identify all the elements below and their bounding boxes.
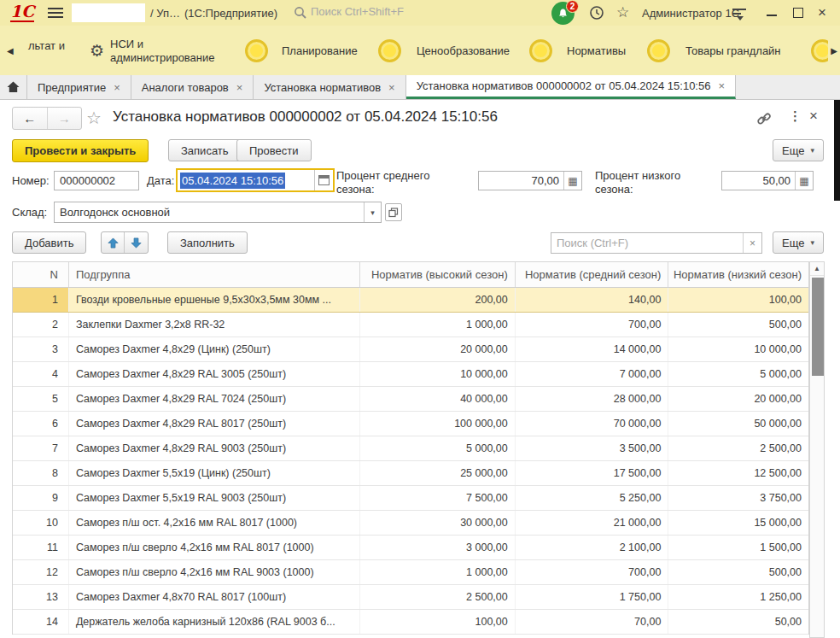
- table-row[interactable]: 11Саморез п/ш сверло 4,2х16 мм RAL 8017 …: [13, 536, 808, 560]
- post-button[interactable]: Провести: [236, 139, 312, 161]
- column-header[interactable]: Норматив (низкий сезон): [668, 262, 808, 287]
- cell-n[interactable]: 3: [13, 337, 69, 361]
- cell-name[interactable]: Саморез Daxmer 4,8х29 RAL 9003 (250шт): [69, 436, 360, 460]
- cell-name[interactable]: Саморез Daxmer 5,5х19 RAL 9003 (250шт): [69, 486, 360, 510]
- cell-high[interactable]: 1 000,00: [360, 560, 516, 584]
- cell-mid[interactable]: 21 000,00: [516, 511, 669, 535]
- move-up-button[interactable]: [102, 232, 125, 253]
- table-row[interactable]: 6Саморез Daxmer 4,8х29 RAL 8017 (250шт)1…: [13, 412, 808, 436]
- cell-name[interactable]: Саморез Daxmer 4,8х70 RAL 8017 (100шт): [69, 585, 360, 609]
- cell-name[interactable]: Держатель желоба карнизный 120х86 (RAL 9…: [69, 610, 360, 634]
- maximize-button[interactable]: [793, 8, 803, 18]
- more-button-table[interactable]: Еще ▾: [773, 231, 824, 254]
- window-tab[interactable]: Предприятие×: [27, 75, 131, 99]
- cell-low[interactable]: 10 000,00: [668, 337, 808, 361]
- section-item[interactable]: Ценообразование: [417, 44, 510, 58]
- cell-high[interactable]: 20 000,00: [360, 337, 516, 361]
- cell-mid[interactable]: 700,00: [516, 560, 669, 584]
- cell-high[interactable]: 5 000,00: [360, 436, 516, 460]
- cell-high[interactable]: 1 000,00: [360, 313, 516, 337]
- cell-low[interactable]: 1 500,00: [668, 536, 808, 559]
- number-field[interactable]: [54, 171, 139, 190]
- window-tab[interactable]: Аналоги товаров×: [131, 75, 254, 99]
- global-search-input[interactable]: [311, 5, 490, 18]
- titlebar-settings-icon[interactable]: [732, 9, 746, 17]
- cell-n[interactable]: 7: [13, 436, 69, 460]
- post-and-close-button[interactable]: Провести и закрыть: [12, 139, 149, 162]
- cell-high[interactable]: 100,00: [360, 610, 516, 634]
- sections-scroll-left-icon[interactable]: ◀: [7, 46, 14, 56]
- history-icon[interactable]: [589, 5, 604, 20]
- tab-close-icon[interactable]: ×: [718, 79, 725, 92]
- cell-name[interactable]: Заклепки Daxmer 3,2х8 RR-32: [69, 313, 360, 337]
- calculator-icon[interactable]: ▦: [563, 172, 581, 190]
- sections-scroll-right-icon[interactable]: ▶: [831, 46, 837, 56]
- table-row[interactable]: 12Саморез п/ш сверло 4,2х16 мм RAL 9003 …: [13, 560, 808, 585]
- mid-percent-field[interactable]: 70,00 ▦: [478, 171, 582, 190]
- cell-name[interactable]: Саморез п/ш ост. 4,2х16 мм RAL 8017 (100…: [69, 511, 360, 535]
- move-down-button[interactable]: [125, 232, 148, 253]
- scrollbar-thumb[interactable]: [812, 278, 824, 376]
- warehouse-combobox[interactable]: Волгодонск основной ▾: [54, 202, 382, 223]
- warehouse-open-button[interactable]: [385, 203, 402, 221]
- cell-mid[interactable]: 1 750,00: [516, 585, 669, 609]
- current-user[interactable]: Администратор 1С: [642, 7, 739, 20]
- cell-mid[interactable]: 70,00: [516, 610, 669, 634]
- cell-name[interactable]: Саморез Daxmer 4,8х29 (Цинк) (250шт): [69, 337, 360, 361]
- cell-mid[interactable]: 2 100,00: [516, 536, 669, 559]
- cell-low[interactable]: 2 500,00: [668, 436, 808, 460]
- cell-n[interactable]: 4: [13, 362, 69, 386]
- cell-name[interactable]: Саморез Daxmer 4,8х29 RAL 3005 (250шт): [69, 362, 360, 386]
- table-row[interactable]: 5Саморез Daxmer 4,8х29 RAL 7024 (250шт)4…: [13, 387, 808, 412]
- cell-n[interactable]: 11: [13, 536, 69, 559]
- search-icon[interactable]: [294, 6, 307, 20]
- forward-button[interactable]: →: [48, 108, 82, 129]
- column-header[interactable]: Подгруппа: [69, 262, 360, 287]
- cell-high[interactable]: 2 500,00: [360, 585, 516, 609]
- table-row[interactable]: 8Саморез Daxmer 5,5х19 (Цинк) (250шт)25 …: [13, 461, 808, 486]
- window-close-button[interactable]: ×: [818, 4, 826, 21]
- cell-high[interactable]: 100 000,00: [360, 412, 516, 436]
- table-row[interactable]: 13Саморез Daxmer 4,8х70 RAL 8017 (100шт)…: [13, 585, 808, 610]
- cell-n[interactable]: 9: [13, 486, 69, 510]
- more-kebab-icon[interactable]: ⋮: [789, 108, 802, 124]
- chevron-down-icon[interactable]: ▾: [364, 202, 381, 222]
- column-header[interactable]: N: [13, 262, 69, 287]
- cell-n[interactable]: 2: [13, 313, 69, 337]
- column-header[interactable]: Норматив (средний сезон): [516, 262, 669, 287]
- cell-mid[interactable]: 700,00: [516, 313, 669, 337]
- tab-close-icon[interactable]: ×: [114, 81, 120, 94]
- table-row[interactable]: 7Саморез Daxmer 4,8х29 RAL 9003 (250шт)5…: [13, 436, 808, 461]
- cell-name[interactable]: Саморез Daxmer 5,5х19 (Цинк) (250шт): [69, 461, 360, 485]
- cell-low[interactable]: 15 000,00: [668, 511, 808, 535]
- cell-low[interactable]: 3 750,00: [668, 486, 808, 510]
- cell-low[interactable]: 50,00: [668, 610, 808, 634]
- cell-mid[interactable]: 28 000,00: [516, 387, 669, 411]
- table-row[interactable]: 4Саморез Daxmer 4,8х29 RAL 3005 (250шт)1…: [13, 362, 808, 387]
- tab-close-icon[interactable]: ×: [388, 81, 395, 94]
- favorites-star-icon[interactable]: ☆: [616, 3, 629, 21]
- section-item[interactable]: Товары грандлайн: [685, 44, 781, 58]
- calculator-icon[interactable]: ▦: [795, 172, 813, 190]
- cell-high[interactable]: 30 000,00: [360, 511, 516, 535]
- cell-low[interactable]: 12 500,00: [668, 461, 808, 485]
- cell-name[interactable]: Саморез Daxmer 4,8х29 RAL 8017 (250шт): [69, 412, 360, 436]
- date-field[interactable]: 05.04.2024 15:10:56: [176, 168, 335, 192]
- cell-low[interactable]: 5 000,00: [668, 362, 808, 386]
- cell-n[interactable]: 8: [13, 461, 69, 485]
- cell-name[interactable]: Саморез п/ш сверло 4,2х16 мм RAL 8017 (1…: [69, 536, 360, 559]
- cell-mid[interactable]: 7 000,00: [516, 362, 669, 386]
- window-tab[interactable]: Установка нормативов×: [254, 75, 405, 99]
- back-button[interactable]: ←: [13, 108, 48, 129]
- cell-name[interactable]: Саморез Daxmer 4,8х29 RAL 7024 (250шт): [69, 387, 360, 411]
- section-item[interactable]: НСИ и администрирование: [110, 38, 225, 65]
- column-header[interactable]: Норматив (высокий сезон): [360, 262, 516, 287]
- cell-n[interactable]: 10: [13, 511, 69, 535]
- cell-mid[interactable]: 3 500,00: [516, 436, 669, 460]
- cell-high[interactable]: 3 000,00: [360, 536, 516, 559]
- cell-low[interactable]: 1 250,00: [668, 585, 808, 609]
- table-row[interactable]: 3Саморез Daxmer 4,8х29 (Цинк) (250шт)20 …: [13, 337, 808, 362]
- cell-mid[interactable]: 17 500,00: [516, 461, 669, 485]
- section-item[interactable]: Нормативы: [567, 44, 626, 58]
- cell-low[interactable]: 500,00: [668, 560, 808, 584]
